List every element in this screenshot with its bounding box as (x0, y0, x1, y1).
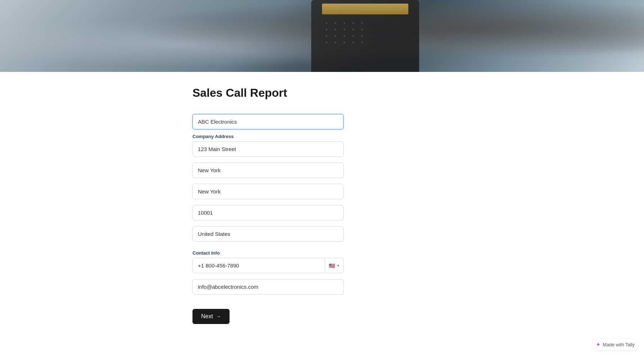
country-input[interactable] (192, 226, 344, 242)
state-input[interactable] (192, 184, 344, 199)
company-name-group (192, 114, 452, 129)
phone-input-wrapper: 🇺🇸 ▼ (192, 258, 344, 273)
hero-banner (0, 0, 644, 72)
zip-input[interactable] (192, 205, 344, 220)
arrow-right-icon: → (216, 314, 221, 319)
contact-section-label: Contact Info (192, 250, 452, 256)
zip-group (192, 205, 452, 220)
phone-input[interactable] (192, 258, 344, 273)
city-group (192, 163, 452, 178)
chevron-down-icon: ▼ (336, 264, 340, 268)
email-group (192, 279, 452, 295)
tally-label: Made with Tally (603, 342, 635, 347)
country-group (192, 226, 452, 242)
address-inputs (192, 141, 452, 245)
street-group (192, 141, 452, 157)
contact-section: Contact Info 🇺🇸 ▼ (192, 250, 452, 297)
flag-icon: 🇺🇸 (329, 263, 335, 269)
address-section-label: Company Address (192, 134, 452, 139)
address-section: Company Address (192, 134, 452, 245)
city-input[interactable] (192, 163, 344, 178)
street-input[interactable] (192, 141, 344, 157)
state-group (192, 184, 452, 199)
hero-phone-decoration (311, 0, 419, 72)
next-button[interactable]: Next → (192, 309, 230, 324)
tally-star-icon: ✦ (596, 341, 600, 348)
contact-inputs: 🇺🇸 ▼ (192, 258, 452, 297)
tally-badge[interactable]: ✦ Made with Tally (592, 339, 638, 350)
email-input[interactable] (192, 279, 344, 295)
company-name-input[interactable] (192, 114, 344, 129)
phone-group: 🇺🇸 ▼ (192, 258, 452, 273)
form-sections: Company Address (192, 114, 452, 324)
next-button-label: Next (201, 313, 213, 320)
form-container: Sales Call Report Company Address (185, 72, 459, 353)
phone-flag-selector[interactable]: 🇺🇸 ▼ (325, 258, 344, 273)
page-title: Sales Call Report (192, 86, 452, 100)
